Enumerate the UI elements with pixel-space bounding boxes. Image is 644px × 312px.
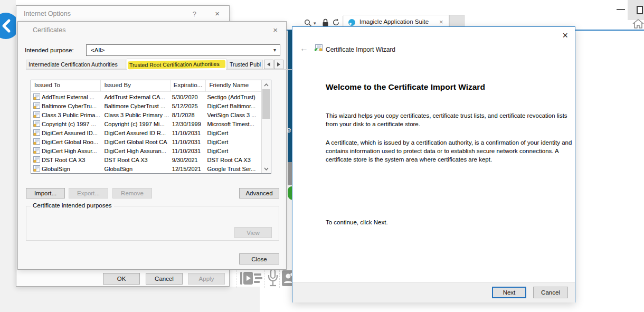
search-icon[interactable] (304, 19, 312, 27)
certificate-icon (33, 156, 40, 163)
refresh-icon[interactable] (332, 18, 340, 26)
home-icon[interactable] (632, 18, 644, 29)
cancel-button[interactable]: Cancel (146, 273, 183, 285)
chevron-down-icon: ▾ (273, 47, 276, 53)
advanced-button[interactable]: Advanced (239, 188, 279, 198)
table-row[interactable]: Baltimore CyberTru... Baltimore CyberTru… (31, 101, 262, 110)
table-row[interactable]: Class 3 Public Prima... Class 3 Public P… (31, 110, 262, 119)
tab-trusted-root-certification-authorities[interactable]: Trusted Root Certification Authorities (127, 59, 226, 70)
import-button[interactable]: Import... (26, 188, 65, 198)
certificate-list: Issued To Issued By Expiratio... Friendl… (31, 80, 271, 174)
icon-separator (236, 268, 236, 288)
remove-button: Remove (112, 188, 152, 198)
export-button: Export... (69, 188, 108, 198)
certificate-icon (33, 111, 40, 118)
video-conference-icon[interactable] (240, 271, 262, 287)
search-dropdown-icon[interactable]: ▾ (314, 21, 316, 26)
column-header-expiration[interactable]: Expiratio... (171, 80, 206, 91)
browser-tab-title[interactable]: Imagicle Application Suite (359, 18, 429, 25)
next-button[interactable]: Next (492, 287, 526, 298)
column-header-issued-by[interactable]: Issued By (101, 80, 170, 91)
intended-purpose-combobox[interactable]: <All> ▾ (86, 44, 280, 56)
cancel-button[interactable]: Cancel (533, 287, 568, 298)
intended-purpose-label: Intended purpose: (25, 47, 74, 53)
table-row[interactable]: Copyright (c) 1997 ... Copyright (c) 199… (31, 119, 262, 128)
table-row[interactable]: DigiCert Assured ID... DigiCert Assured … (31, 128, 262, 137)
close-icon[interactable]: × (562, 30, 568, 41)
column-header-issued-to[interactable]: Issued To (31, 80, 101, 91)
scrollbar-thumb[interactable] (262, 89, 270, 119)
icon-separator (279, 268, 280, 288)
certificate-import-icon (314, 44, 323, 53)
table-row[interactable]: AddTrust External ... AddTrust External … (31, 92, 262, 101)
table-row[interactable]: GlobalSign GlobalSign 12/15/2021 Google … (31, 164, 262, 173)
triangle-right-icon (277, 62, 280, 67)
triangle-left-icon (267, 62, 270, 67)
back-arrow-icon[interactable]: ← (300, 44, 308, 53)
certificate-icon (33, 120, 40, 127)
close-button[interactable]: Close (239, 253, 279, 264)
wizard-heading: Welcome to the Certificate Import Wizard (326, 82, 485, 92)
lock-icon (322, 18, 329, 27)
close-icon[interactable]: × (273, 25, 278, 34)
certificate-icon (33, 129, 40, 136)
scroll-up-icon[interactable] (262, 81, 270, 89)
wizard-footer (292, 282, 575, 302)
apply-button: Apply (188, 273, 225, 285)
dialog-title: Internet Options (24, 10, 71, 17)
microphone-icon[interactable] (267, 269, 279, 288)
certificate-icon (33, 138, 40, 145)
tab-scroll-right-button[interactable] (274, 60, 283, 69)
wizard-title: Certificate Import Wizard (326, 46, 395, 53)
background-left-strip (0, 0, 16, 312)
tab-close-icon[interactable]: × (439, 18, 443, 26)
certificate-intended-purposes-groupbox: Certificate intended purposes View (26, 206, 279, 241)
icon-separator (264, 268, 265, 288)
view-button: View (234, 227, 272, 238)
help-icon[interactable]: ? (193, 10, 196, 18)
table-row[interactable]: DST Root CA X3 DST Root CA X3 9/30/2021 … (31, 155, 262, 164)
wizard-paragraph-2: A certificate, which is issued by a cert… (326, 138, 573, 164)
tab-trusted-publishers[interactable]: Trusted Publ (227, 60, 263, 69)
scroll-down-icon[interactable] (262, 165, 270, 173)
close-icon[interactable]: × (215, 9, 220, 18)
partial-page-icon (637, 6, 643, 14)
column-header-friendly-name[interactable]: Friendly Name (206, 80, 262, 91)
certificate-import-wizard-dialog: × ← Certificate Import Wizard Welcome to… (292, 26, 575, 302)
tab-intermediate-certification-authorities[interactable]: Intermediate Certification Authorities (26, 60, 126, 69)
dialog-title: Certificates (33, 26, 66, 34)
list-header-row: Issued To Issued By Expiratio... Friendl… (31, 80, 262, 92)
groupbox-label: Certificate intended purposes (31, 202, 114, 209)
background-bottom-strip (0, 287, 260, 312)
vertical-scrollbar[interactable] (261, 80, 271, 173)
combobox-value: <All> (91, 47, 105, 53)
yellow-highlight: Trusted Root Certification Authorities (128, 60, 225, 69)
table-row[interactable]: DigiCert Global Roo... DigiCert Global R… (31, 137, 262, 146)
wizard-paragraph-3: To continue, click Next. (326, 218, 388, 226)
certificate-icon (33, 102, 40, 109)
wizard-paragraph-1: This wizard helps you copy certificates,… (326, 111, 570, 128)
certificate-icon (33, 147, 40, 154)
certificates-dialog: Certificates × Intended purpose: <All> ▾… (17, 21, 287, 270)
certificate-icon (33, 93, 40, 100)
imagicle-favicon (348, 19, 355, 26)
minimize-icon[interactable] (617, 9, 625, 10)
ok-button[interactable]: OK (103, 273, 140, 285)
table-row[interactable]: DigiCert High Assur... DigiCert High Ass… (31, 146, 262, 155)
tab-scroll-left-button[interactable] (264, 60, 273, 69)
certificate-icon (33, 165, 40, 172)
